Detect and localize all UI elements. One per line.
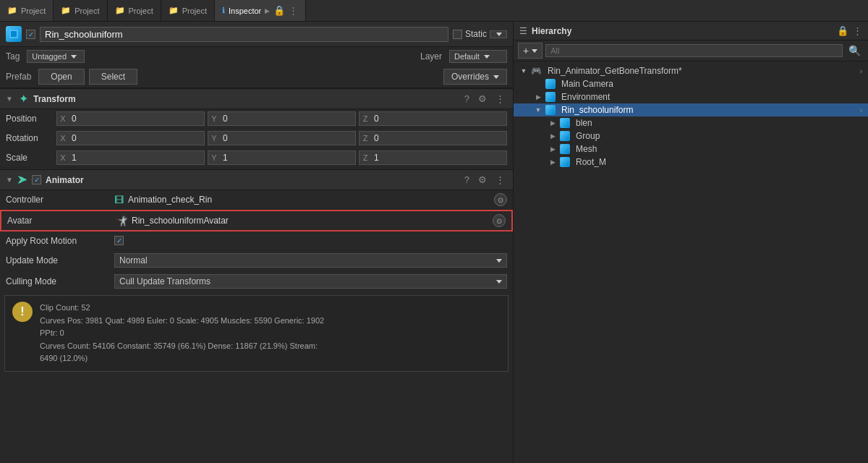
transform-more-btn[interactable]: ⋮ <box>493 93 507 105</box>
culling-mode-dropdown[interactable]: Cull Update Transforms <box>114 274 507 289</box>
transform-settings-btn[interactable]: ⚙ <box>476 93 489 105</box>
tree-item-root[interactable]: ▼ 🎮 Rin_Animator_GetBoneTransform* › <box>514 64 868 77</box>
enabled-check[interactable] <box>26 30 35 39</box>
root-arrow-icon: ▼ <box>519 67 528 75</box>
play-icon: ▶ <box>265 7 270 14</box>
layer-arrow-icon <box>484 55 490 59</box>
mesh-arrow-icon: ▶ <box>548 145 557 153</box>
hierarchy-search-input[interactable] <box>545 44 843 57</box>
scale-y-input[interactable] <box>220 151 355 164</box>
rotation-x-field: X <box>56 131 205 145</box>
transform-help-btn[interactable]: ? <box>462 93 472 105</box>
scale-y-field: Y <box>208 150 356 165</box>
tab-project4[interactable]: 📁 Project <box>161 0 215 21</box>
animator-info-text: Clip Count: 52Curves Pos: 3981 Quat: 498… <box>40 302 324 365</box>
inspector-header: Static <box>0 22 513 47</box>
prefab-row: Prefab Open Select Overrides <box>0 66 513 88</box>
folder-icon: 📁 <box>169 6 179 15</box>
update-mode-row: Update Mode Normal <box>0 250 513 271</box>
avatar-select-btn[interactable]: ⊙ <box>493 214 506 227</box>
tag-dropdown[interactable]: Untagged <box>27 50 85 63</box>
main-content: Static Tag Untagged Layer Default Prefab <box>0 22 868 463</box>
overrides-arrow-icon <box>493 75 499 79</box>
hierarchy-icon: ☰ <box>519 26 527 36</box>
more-icon[interactable]: ⋮ <box>289 5 298 16</box>
blen-arrow-icon: ▶ <box>548 119 557 127</box>
controller-row: Controller 🎞 Animation_check_Rin ⊙ <box>0 190 513 210</box>
unity-cube-icon <box>6 26 22 42</box>
hierarchy-toolbar: + 🔍 <box>514 41 868 61</box>
rotation-y-input[interactable] <box>220 132 355 145</box>
tab-project2[interactable]: 📁 Project <box>54 0 107 21</box>
animator-arrow-icon: ⮞ <box>17 174 27 186</box>
blen-cube-icon <box>560 118 570 128</box>
tree-item-main-camera[interactable]: Main Camera <box>514 77 868 90</box>
update-mode-arrow-icon <box>496 259 502 263</box>
apply-root-motion-row: Apply Root Motion <box>0 232 513 250</box>
select-button[interactable]: Select <box>89 69 137 85</box>
scale-x-input[interactable] <box>69 151 204 164</box>
tree-item-group[interactable]: ▶ Group <box>514 129 868 143</box>
position-z-field: Z <box>359 111 507 126</box>
tab-project1[interactable]: 📁 Project <box>0 0 54 21</box>
tree-item-rin-schooluniform[interactable]: ▼ Rin_schooluniform › <box>514 103 868 116</box>
tag-arrow-icon <box>71 55 77 59</box>
static-checkbox[interactable] <box>453 30 462 39</box>
tab-bar: 📁 Project 📁 Project 📁 Project 📁 Project … <box>0 0 868 22</box>
animator-section: ▼ ⮞ Animator ? ⚙ ⋮ Controller 🎞 Animatio… <box>0 169 513 375</box>
open-button[interactable]: Open <box>38 69 84 85</box>
animator-more-btn[interactable]: ⋮ <box>493 174 507 186</box>
hierarchy-add-btn[interactable]: + <box>518 43 542 59</box>
position-xyz: X Y Z <box>56 111 507 126</box>
hierarchy-tree: ▼ 🎮 Rin_Animator_GetBoneTransform* › Mai… <box>514 61 868 463</box>
tab-project3[interactable]: 📁 Project <box>108 0 161 21</box>
hierarchy-header: ☰ Hierarchy 🔒 ⋮ <box>514 22 868 41</box>
rotation-row: Rotation X Y Z <box>0 129 513 148</box>
root-expand-icon: › <box>860 67 862 75</box>
avatar-ref-icon: 🤺 <box>116 216 127 226</box>
camera-cube-icon <box>545 79 556 89</box>
animator-help-btn[interactable]: ? <box>462 174 472 186</box>
tab-inspector[interactable]: ℹ Inspector ▶ 🔒 ⋮ <box>215 0 306 21</box>
layer-dropdown[interactable]: Default <box>449 50 507 63</box>
tree-item-blen[interactable]: ▶ blen <box>514 116 868 129</box>
position-x-input[interactable] <box>69 112 204 125</box>
group-cube-icon <box>560 131 570 141</box>
static-dropdown-btn[interactable] <box>490 30 507 38</box>
rotation-x-input[interactable] <box>69 132 204 145</box>
animator-section-header[interactable]: ▼ ⮞ Animator ? ⚙ ⋮ <box>0 169 513 190</box>
hierarchy-search-icon-btn[interactable]: 🔍 <box>846 43 864 58</box>
rotation-xyz: X Y Z <box>56 131 507 145</box>
object-enabled-checkbox[interactable] <box>26 30 35 39</box>
overrides-button[interactable]: Overrides <box>443 69 507 85</box>
animator-settings-btn[interactable]: ⚙ <box>476 174 489 186</box>
env-cube-icon <box>545 92 556 102</box>
tree-item-root-m[interactable]: ▶ Root_M <box>514 156 868 169</box>
static-wrap: Static <box>453 29 507 39</box>
rin-expand-icon: › <box>860 106 862 114</box>
transform-section-header[interactable]: ▼ ✦ Transform ? ⚙ ⋮ <box>0 88 513 109</box>
update-mode-dropdown[interactable]: Normal <box>114 253 507 268</box>
hierarchy-more-icon[interactable]: ⋮ <box>853 25 862 36</box>
rotation-z-input[interactable] <box>371 132 506 145</box>
scale-xyz: X Y Z <box>56 150 507 165</box>
scale-z-input[interactable] <box>371 151 506 164</box>
controller-select-btn[interactable]: ⊙ <box>494 193 507 206</box>
apply-root-motion-checkbox[interactable] <box>114 236 124 245</box>
position-row: Position X Y Z <box>0 109 513 129</box>
animator-enabled-checkbox[interactable] <box>32 175 41 184</box>
position-x-field: X <box>56 111 205 126</box>
rin-arrow-icon: ▼ <box>534 106 542 114</box>
inspector-panel: Static Tag Untagged Layer Default Prefab <box>0 22 514 463</box>
rotation-z-field: Z <box>359 131 507 145</box>
controller-value: 🎞 Animation_check_Rin ⊙ <box>114 193 507 206</box>
object-name-input[interactable] <box>40 27 448 42</box>
position-y-input[interactable] <box>220 112 355 125</box>
tree-item-environment[interactable]: ▶ Environment <box>514 90 868 103</box>
position-z-input[interactable] <box>371 112 506 125</box>
scale-x-field: X <box>56 150 205 165</box>
tree-item-mesh[interactable]: ▶ Mesh <box>514 143 868 156</box>
animator-info-box: ! Clip Count: 52Curves Pos: 3981 Quat: 4… <box>4 295 509 372</box>
arrow-down-icon <box>496 33 502 36</box>
scale-z-field: Z <box>359 150 507 165</box>
